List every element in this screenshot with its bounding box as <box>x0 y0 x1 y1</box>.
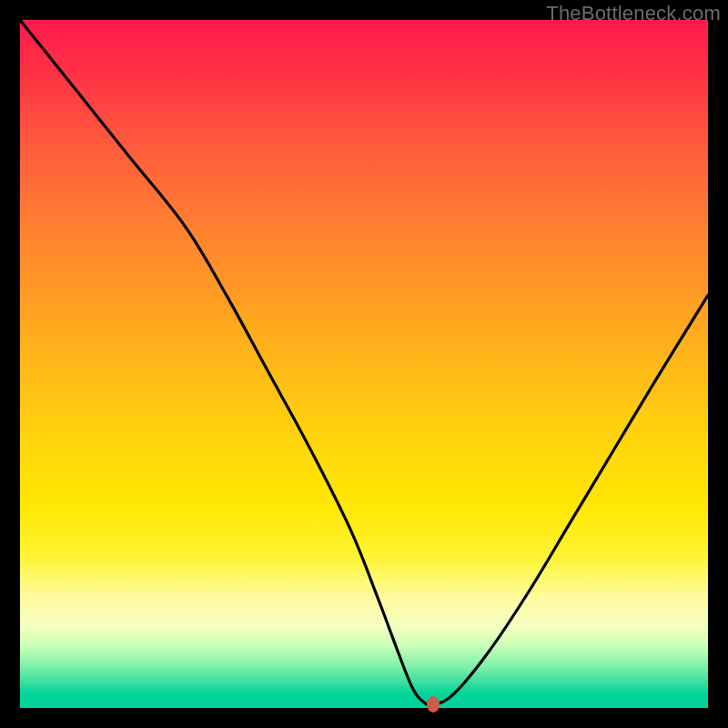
watermark-text: TheBottleneck.com <box>546 2 721 25</box>
chart-plot-area <box>20 20 708 708</box>
optimum-marker <box>427 696 440 713</box>
